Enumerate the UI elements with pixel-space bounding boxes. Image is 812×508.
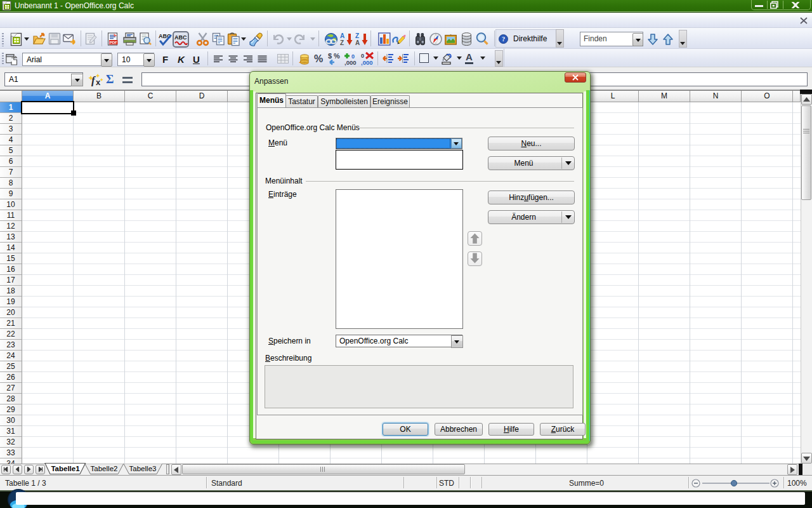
svg-text:0: 0: [361, 53, 364, 59]
svg-text:PDF: PDF: [110, 41, 117, 44]
svg-text:Z: Z: [340, 39, 344, 46]
svg-text:A: A: [355, 39, 360, 46]
svg-text:x: x: [96, 77, 101, 87]
svg-text:,000: ,000: [361, 59, 373, 66]
svg-text:Tabelle1: Tabelle1: [51, 465, 80, 472]
svg-text:Tabelle2: Tabelle2: [91, 465, 118, 472]
svg-text:Z: Z: [355, 32, 359, 39]
svg-text:?: ?: [502, 36, 505, 43]
svg-text:,000: ,000: [344, 59, 357, 66]
svg-text:ABC: ABC: [174, 34, 187, 41]
svg-text:A: A: [340, 32, 344, 39]
svg-text:%: %: [334, 52, 340, 60]
svg-text:Tabelle3: Tabelle3: [129, 465, 157, 472]
svg-text:$: $: [328, 52, 332, 60]
